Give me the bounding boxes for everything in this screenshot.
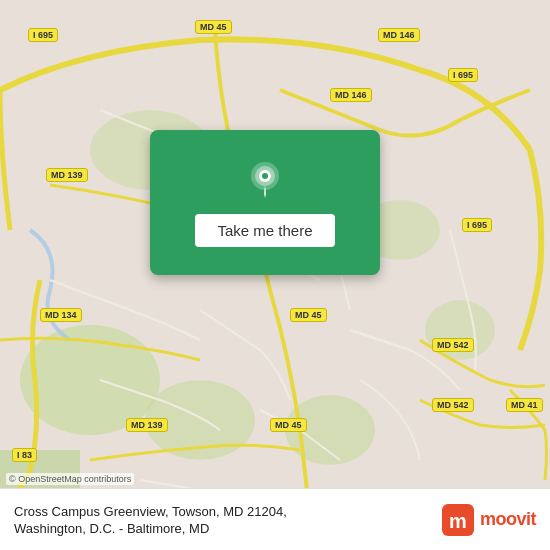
road-label-md139-w: MD 139 [46,168,88,182]
address-line1: Cross Campus Greenview, Towson, MD 21204… [14,504,440,519]
location-panel: Take me there [150,130,380,275]
svg-point-11 [262,173,268,179]
road-label-i695-ne: I 695 [448,68,478,82]
road-label-md41-e: MD 41 [506,398,543,412]
road-label-i695-e: I 695 [462,218,492,232]
moovit-logo: m moovit [440,502,536,538]
road-label-md45-mid: MD 45 [290,308,327,322]
moovit-brand-text: moovit [480,509,536,530]
road-label-i83-w: I 83 [12,448,37,462]
road-label-md146-ne: MD 146 [378,28,420,42]
map-container: I 695 MD 45 MD 146 I 695 MD 146 MD 139 I… [0,0,550,550]
map-background [0,0,550,550]
address-block: Cross Campus Greenview, Towson, MD 21204… [14,504,440,536]
road-label-i695-nw: I 695 [28,28,58,42]
road-label-md45-n: MD 45 [195,20,232,34]
road-label-md45-s: MD 45 [270,418,307,432]
road-label-md134-w: MD 134 [40,308,82,322]
road-label-md542-ne: MD 542 [432,338,474,352]
location-pin-icon [243,158,287,202]
address-line2: Washington, D.C. - Baltimore, MD [14,521,440,536]
info-bar: Cross Campus Greenview, Towson, MD 21204… [0,488,550,550]
osm-attribution: © OpenStreetMap contributors [6,473,134,485]
road-label-md146-mid: MD 146 [330,88,372,102]
svg-text:m: m [449,510,467,532]
road-label-md139-sw: MD 139 [126,418,168,432]
road-label-md542-e: MD 542 [432,398,474,412]
take-me-there-button[interactable]: Take me there [195,214,334,247]
moovit-logo-icon: m [440,502,476,538]
